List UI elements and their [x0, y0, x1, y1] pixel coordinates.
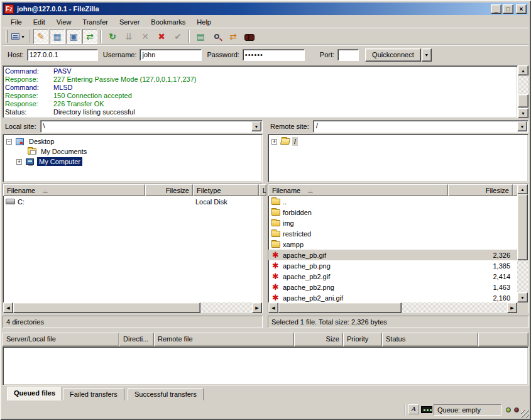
tree-item-root[interactable]: + / — [271, 136, 298, 146]
toolbar-separator — [29, 30, 30, 43]
scroll-left-icon[interactable]: ◀ — [268, 302, 278, 313]
local-horizontal-scrollbar[interactable]: ◀ ▶ — [3, 302, 262, 313]
toggle-local-tree-button[interactable]: ▦ — [50, 29, 65, 44]
site-manager-dropdown-icon[interactable]: ▼ — [21, 35, 25, 39]
remote-horizontal-scrollbar[interactable]: ◀ ▶ — [268, 302, 517, 313]
remote-file-row[interactable]: forbidden — [268, 207, 517, 218]
remote-file-row[interactable]: ✱apache_pb2.gif2,414 — [268, 271, 517, 282]
remote-file-row[interactable]: xampp — [268, 239, 517, 250]
column-filename[interactable]: Filename — [268, 184, 448, 196]
toolbar-separator — [101, 30, 102, 43]
tree-item-desktop[interactable]: − Desktop — [6, 136, 56, 146]
local-file-row[interactable]: C: Local Disk — [3, 196, 262, 207]
remote-file-row-selected[interactable]: ✱apache_pb.gif2,326 — [268, 250, 517, 260]
menu-transfer[interactable]: Transfer — [77, 17, 114, 27]
column-filesize[interactable]: Filesize — [448, 184, 513, 196]
folder-icon — [271, 209, 280, 216]
remote-file-row[interactable]: img — [268, 218, 517, 228]
remote-file-row[interactable]: ✱apache_pb2_ani.gif2,160 — [268, 292, 517, 303]
menu-bookmarks[interactable]: Bookmarks — [145, 17, 191, 27]
toolbar-grip[interactable] — [6, 30, 8, 43]
resize-grip[interactable] — [521, 410, 529, 418]
cancel-icon: ✕ — [141, 32, 149, 41]
remote-file-row[interactable]: .. — [268, 196, 517, 207]
transfer-type-indicator-icon[interactable]: A — [408, 404, 419, 414]
image-file-icon: ✱ — [272, 294, 279, 302]
local-site-dropdown-icon[interactable]: ▼ — [251, 121, 261, 131]
tab-failed-transfers[interactable]: Failed transfers — [63, 388, 124, 401]
expand-icon[interactable]: + — [16, 159, 22, 165]
speed-indicator-icon[interactable] — [421, 406, 432, 413]
remote-vertical-scrollbar[interactable]: ▲ ▼ — [517, 184, 528, 302]
scroll-down-icon[interactable]: ▼ — [518, 108, 528, 118]
globe-pane-icon: ▣ — [69, 32, 77, 41]
toggle-remote-tree-button[interactable]: ▣ — [66, 29, 81, 44]
column-direction[interactable]: Directi... — [119, 333, 154, 346]
scrollbar-thumb[interactable] — [13, 302, 200, 313]
expand-icon[interactable]: + — [271, 139, 277, 145]
find-files-button[interactable] — [209, 29, 224, 44]
column-size[interactable]: Size — [294, 333, 343, 346]
scrollbar-thumb[interactable] — [517, 194, 528, 260]
close-button[interactable]: × — [516, 4, 527, 14]
tab-successful-transfers[interactable]: Successful transfers — [128, 388, 204, 401]
menu-help[interactable]: Help — [191, 17, 217, 27]
synchronized-browsing-button[interactable]: ⇄ — [226, 29, 241, 44]
minimize-button[interactable]: _ — [491, 4, 501, 14]
process-queue-icon: ⇊ — [125, 32, 133, 41]
title-bar[interactable]: Fz john@127.0.0.1 - FileZilla _ □ × — [3, 3, 528, 15]
remote-file-row[interactable]: restricted — [268, 228, 517, 239]
scroll-right-icon[interactable]: ▶ — [507, 302, 517, 313]
scroll-down-icon[interactable]: ▼ — [517, 292, 528, 302]
menu-edit[interactable]: Edit — [28, 17, 51, 27]
scroll-up-icon[interactable]: ▲ — [517, 184, 528, 194]
remote-site-dropdown-icon[interactable]: ▼ — [517, 121, 527, 131]
disconnect-button[interactable]: ✖ — [154, 29, 169, 44]
column-priority[interactable]: Priority — [343, 333, 382, 346]
collapse-icon[interactable]: − — [6, 139, 12, 145]
filter-button[interactable] — [242, 29, 257, 44]
column-server-local-file[interactable]: Server/Local file — [3, 333, 119, 346]
tab-queued-files[interactable]: Queued files — [7, 387, 62, 401]
transfer-queue-list[interactable] — [3, 346, 528, 385]
remote-site-combobox[interactable]: / ▼ — [313, 120, 528, 133]
password-input[interactable] — [243, 49, 305, 61]
column-filename[interactable]: Filename — [3, 184, 145, 196]
username-input[interactable] — [140, 49, 202, 61]
quickconnect-dropdown-button[interactable]: ▼ — [422, 48, 432, 62]
column-filesize[interactable]: Filesize — [145, 184, 193, 196]
column-remote-file[interactable]: Remote file — [154, 333, 294, 346]
menu-server[interactable]: Server — [114, 17, 145, 27]
scrollbar-corner — [517, 302, 528, 313]
scroll-up-icon[interactable]: ▲ — [518, 65, 528, 75]
remote-file-row[interactable]: ✱apache_pb.png1,385 — [268, 260, 517, 271]
drive-icon — [6, 199, 15, 204]
refresh-button[interactable]: ↻ — [105, 29, 120, 44]
quickconnect-button[interactable]: Quickconnect — [365, 48, 421, 62]
menu-view[interactable]: View — [51, 17, 77, 27]
local-site-combobox[interactable]: \ ▼ — [40, 120, 263, 133]
cancel-operation-button[interactable]: ✕ — [138, 29, 153, 44]
toggle-queue-button[interactable]: ⇄ — [82, 29, 97, 44]
log-scrollbar[interactable]: ▲ ▼ — [518, 65, 528, 118]
scrollbar-thumb[interactable] — [518, 94, 528, 108]
site-manager-button[interactable]: ▼ — [11, 29, 26, 44]
tree-item-my-computer[interactable]: + My Computer — [16, 157, 82, 167]
toggle-message-log-button[interactable]: ✎ — [33, 29, 48, 44]
menu-file[interactable]: File — [5, 17, 28, 27]
port-input[interactable] — [337, 49, 359, 61]
column-filetype[interactable]: Filetype — [193, 184, 259, 196]
scrollbar-thumb[interactable] — [278, 302, 402, 313]
process-queue-button[interactable]: ⇊ — [121, 29, 136, 44]
scroll-right-icon[interactable]: ▶ — [252, 302, 262, 313]
scroll-left-icon[interactable]: ◀ — [3, 302, 13, 313]
column-status[interactable]: Status — [382, 333, 478, 346]
remote-file-row[interactable]: ✱apache_pb2.png1,463 — [268, 282, 517, 292]
directory-comparison-button[interactable]: ▤ — [193, 29, 208, 44]
tree-item-my-documents[interactable]: My Documents — [26, 146, 89, 157]
window-title: john@127.0.0.1 - FileZilla — [17, 5, 491, 13]
column-last-modified-truncated[interactable]: L — [259, 184, 266, 196]
host-input[interactable] — [27, 49, 98, 61]
maximize-button[interactable]: □ — [503, 4, 513, 14]
reconnect-button[interactable]: ✔ — [170, 29, 185, 44]
